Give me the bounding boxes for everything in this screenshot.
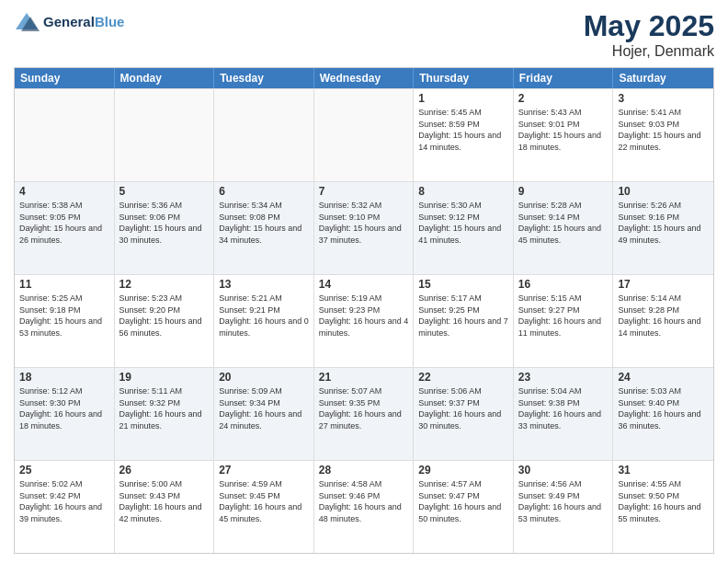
calendar-header-cell: Friday [514,68,614,88]
day-info: Sunrise: 4:59 AM Sunset: 9:45 PM Dayligh… [219,478,309,524]
day-info: Sunrise: 5:23 AM Sunset: 9:20 PM Dayligh… [119,293,210,339]
calendar-header-cell: Thursday [414,68,514,88]
day-number: 22 [418,371,508,384]
logo: GeneralBlue [14,9,124,35]
day-number: 30 [518,464,609,477]
calendar-cell: 30Sunrise: 4:56 AM Sunset: 9:49 PM Dayli… [514,461,614,553]
day-number: 21 [319,371,409,384]
day-number: 31 [618,464,709,477]
calendar-cell: 23Sunrise: 5:04 AM Sunset: 9:38 PM Dayli… [514,368,614,460]
calendar-cell: 24Sunrise: 5:03 AM Sunset: 9:40 PM Dayli… [613,368,713,460]
calendar-cell: 21Sunrise: 5:07 AM Sunset: 9:35 PM Dayli… [314,368,415,460]
calendar-cell: 8Sunrise: 5:30 AM Sunset: 9:12 PM Daylig… [414,182,514,274]
calendar-cell: 6Sunrise: 5:34 AM Sunset: 9:08 PM Daylig… [214,182,314,274]
day-number: 26 [119,464,210,477]
calendar-row: 1Sunrise: 5:45 AM Sunset: 8:59 PM Daylig… [15,88,713,181]
calendar-cell [314,89,415,181]
calendar-cell: 2Sunrise: 5:43 AM Sunset: 9:01 PM Daylig… [514,89,614,181]
calendar-cell: 31Sunrise: 4:55 AM Sunset: 9:50 PM Dayli… [613,461,713,553]
day-number: 18 [19,371,109,384]
calendar-row: 18Sunrise: 5:12 AM Sunset: 9:30 PM Dayli… [15,367,713,460]
day-info: Sunrise: 5:32 AM Sunset: 9:10 PM Dayligh… [319,200,409,246]
logo-icon [14,9,40,35]
day-info: Sunrise: 5:15 AM Sunset: 9:27 PM Dayligh… [518,293,609,339]
day-info: Sunrise: 5:04 AM Sunset: 9:38 PM Dayligh… [518,385,609,431]
day-info: Sunrise: 5:17 AM Sunset: 9:25 PM Dayligh… [418,293,508,339]
calendar-header-cell: Monday [115,68,215,88]
calendar-cell: 25Sunrise: 5:02 AM Sunset: 9:42 PM Dayli… [15,461,115,553]
calendar-cell: 12Sunrise: 5:23 AM Sunset: 9:20 PM Dayli… [115,275,215,367]
day-number: 10 [618,185,709,198]
day-number: 9 [518,185,609,198]
day-number: 7 [319,185,409,198]
day-number: 15 [418,278,508,291]
day-info: Sunrise: 5:14 AM Sunset: 9:28 PM Dayligh… [618,293,709,339]
day-number: 28 [319,464,409,477]
calendar-cell: 28Sunrise: 4:58 AM Sunset: 9:46 PM Dayli… [314,461,415,553]
day-info: Sunrise: 5:34 AM Sunset: 9:08 PM Dayligh… [219,200,309,246]
day-info: Sunrise: 5:26 AM Sunset: 9:16 PM Dayligh… [618,200,709,246]
calendar-cell: 13Sunrise: 5:21 AM Sunset: 9:21 PM Dayli… [214,275,314,367]
title-block: May 2025 Hojer, Denmark [584,9,714,60]
day-info: Sunrise: 4:58 AM Sunset: 9:46 PM Dayligh… [319,478,409,524]
calendar-cell: 5Sunrise: 5:36 AM Sunset: 9:06 PM Daylig… [115,182,215,274]
day-number: 12 [119,278,210,291]
calendar-cell: 17Sunrise: 5:14 AM Sunset: 9:28 PM Dayli… [613,275,713,367]
day-info: Sunrise: 5:09 AM Sunset: 9:34 PM Dayligh… [219,385,309,431]
day-info: Sunrise: 5:03 AM Sunset: 9:40 PM Dayligh… [618,385,709,431]
day-number: 24 [618,371,709,384]
day-info: Sunrise: 5:38 AM Sunset: 9:05 PM Dayligh… [19,200,109,246]
calendar-cell: 15Sunrise: 5:17 AM Sunset: 9:25 PM Dayli… [414,275,514,367]
calendar-cell: 22Sunrise: 5:06 AM Sunset: 9:37 PM Dayli… [414,368,514,460]
calendar-cell: 3Sunrise: 5:41 AM Sunset: 9:03 PM Daylig… [613,89,713,181]
day-info: Sunrise: 4:57 AM Sunset: 9:47 PM Dayligh… [418,478,508,524]
calendar-cell: 9Sunrise: 5:28 AM Sunset: 9:14 PM Daylig… [514,182,614,274]
day-info: Sunrise: 5:00 AM Sunset: 9:43 PM Dayligh… [119,478,210,524]
calendar-cell: 18Sunrise: 5:12 AM Sunset: 9:30 PM Dayli… [15,368,115,460]
day-info: Sunrise: 5:02 AM Sunset: 9:42 PM Dayligh… [19,478,109,524]
day-info: Sunrise: 4:55 AM Sunset: 9:50 PM Dayligh… [618,478,709,524]
day-number: 2 [518,92,609,105]
day-info: Sunrise: 5:25 AM Sunset: 9:18 PM Dayligh… [19,293,109,339]
day-info: Sunrise: 5:41 AM Sunset: 9:03 PM Dayligh… [618,107,709,153]
day-info: Sunrise: 5:06 AM Sunset: 9:37 PM Dayligh… [418,385,508,431]
calendar-cell: 16Sunrise: 5:15 AM Sunset: 9:27 PM Dayli… [514,275,614,367]
calendar-header-cell: Saturday [613,68,713,88]
day-info: Sunrise: 5:07 AM Sunset: 9:35 PM Dayligh… [319,385,409,431]
calendar-body: 1Sunrise: 5:45 AM Sunset: 8:59 PM Daylig… [15,88,713,553]
calendar-cell: 14Sunrise: 5:19 AM Sunset: 9:23 PM Dayli… [314,275,415,367]
calendar-cell [214,89,314,181]
calendar-cell: 20Sunrise: 5:09 AM Sunset: 9:34 PM Dayli… [214,368,314,460]
day-number: 11 [19,278,109,291]
calendar-cell: 4Sunrise: 5:38 AM Sunset: 9:05 PM Daylig… [15,182,115,274]
calendar-cell: 19Sunrise: 5:11 AM Sunset: 9:32 PM Dayli… [115,368,215,460]
day-number: 19 [119,371,210,384]
day-info: Sunrise: 5:12 AM Sunset: 9:30 PM Dayligh… [19,385,109,431]
page-title: May 2025 [584,9,714,43]
day-info: Sunrise: 5:11 AM Sunset: 9:32 PM Dayligh… [119,385,210,431]
calendar-header: SundayMondayTuesdayWednesdayThursdayFrid… [15,68,713,88]
calendar-cell [15,89,115,181]
day-number: 3 [618,92,709,105]
day-number: 23 [518,371,609,384]
calendar-row: 25Sunrise: 5:02 AM Sunset: 9:42 PM Dayli… [15,460,713,553]
day-info: Sunrise: 5:43 AM Sunset: 9:01 PM Dayligh… [518,107,609,153]
calendar-cell: 10Sunrise: 5:26 AM Sunset: 9:16 PM Dayli… [613,182,713,274]
day-info: Sunrise: 4:56 AM Sunset: 9:49 PM Dayligh… [518,478,609,524]
calendar-header-cell: Tuesday [214,68,314,88]
day-info: Sunrise: 5:21 AM Sunset: 9:21 PM Dayligh… [219,293,309,339]
day-number: 14 [319,278,409,291]
calendar-header-cell: Wednesday [314,68,415,88]
calendar-row: 4Sunrise: 5:38 AM Sunset: 9:05 PM Daylig… [15,181,713,274]
calendar-cell: 29Sunrise: 4:57 AM Sunset: 9:47 PM Dayli… [414,461,514,553]
day-info: Sunrise: 5:45 AM Sunset: 8:59 PM Dayligh… [418,107,508,153]
calendar-cell: 26Sunrise: 5:00 AM Sunset: 9:43 PM Dayli… [115,461,215,553]
day-info: Sunrise: 5:28 AM Sunset: 9:14 PM Dayligh… [518,200,609,246]
day-number: 6 [219,185,309,198]
day-number: 1 [418,92,508,105]
calendar-row: 11Sunrise: 5:25 AM Sunset: 9:18 PM Dayli… [15,274,713,367]
calendar: SundayMondayTuesdayWednesdayThursdayFrid… [14,67,714,554]
header: GeneralBlue May 2025 Hojer, Denmark [14,9,714,60]
day-number: 27 [219,464,309,477]
logo-text: GeneralBlue [43,14,124,30]
